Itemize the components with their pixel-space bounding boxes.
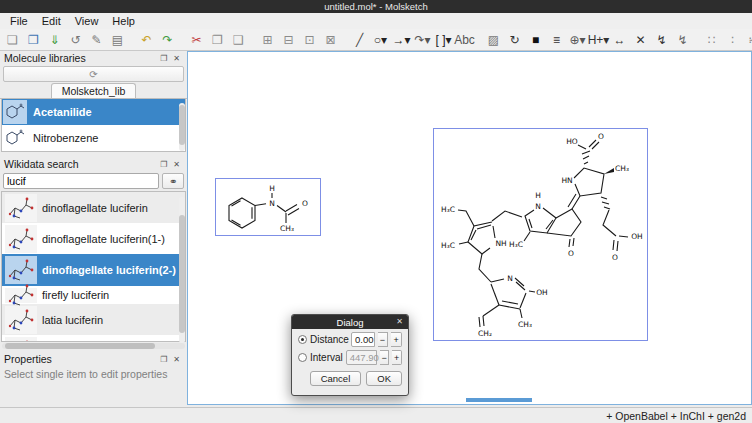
color-swatch-icon[interactable]: ■ [526,30,545,49]
window-title: untitled.mol* - Molsketch [324,1,427,12]
search-button[interactable]: ⚭ [162,173,184,189]
wikidata-item-latia-luciferin[interactable]: latia luciferin [2,304,185,335]
float-icon[interactable]: ❐ [157,355,170,364]
wikidata-item-dinoflagellate-luciferin-1[interactable]: dinoflagellate luciferin(1-) [2,223,185,254]
wikidata-item-label: latia luciferin [42,314,103,326]
wikidata-hscrollbar[interactable] [2,343,185,349]
window-titlebar[interactable]: untitled.mol* - Molsketch [0,0,752,13]
wikidata-item-partial[interactable] [2,335,185,342]
menu-edit[interactable]: Edit [35,14,68,28]
mechanism-arrow-icon[interactable]: ↷▾ [413,30,432,49]
distance-minus-button[interactable]: − [378,332,389,347]
copy-icon[interactable]: ❐ [208,30,227,49]
wikidata-scrollbar[interactable] [179,197,185,343]
wikidata-item-label: firefly luciferin [42,289,109,301]
draw-line-icon[interactable]: ╱ [350,30,369,49]
distance-label: Distance [310,334,348,345]
interval-plus-button[interactable]: + [392,350,402,365]
molecule-thumbnail [3,126,27,150]
atom-label-o: O [598,132,604,141]
stereo-tool-2-icon[interactable]: ∶ [723,30,742,49]
line-width-icon[interactable]: ≡ [547,30,566,49]
close-icon[interactable]: ✕ [170,160,183,169]
zoom-in-icon[interactable]: ⊞ [258,30,277,49]
distance-value[interactable]: 0.00 [351,332,375,347]
save-icon[interactable]: ⇓ [45,30,64,49]
dialog-titlebar[interactable]: Dialog ✕ [292,315,408,329]
rotate-tool-icon[interactable]: ↻ [505,30,524,49]
molecule-thumbnail [5,337,37,343]
cut-icon[interactable]: ✂ [187,30,206,49]
close-icon[interactable]: ✕ [170,355,183,364]
cancel-button[interactable]: Cancel [310,371,362,386]
zoom-fit-icon[interactable]: ⊠ [321,30,340,49]
delete-tool-icon[interactable]: ✕ [631,30,650,49]
toolbar: ❏ ❐ ⇓ ↺ ✎ ▤ ↶ ↷ ✂ ❐ ❑ ⊞ ⊟ ⊡ ⊠ ╱ [0,29,752,51]
library-refresh-button[interactable]: ⟳ [3,66,184,82]
new-document-icon[interactable]: ❏ [3,30,22,49]
zoom-original-icon[interactable]: ⊡ [300,30,319,49]
molecule-thumbnail [5,288,37,303]
properties-message: Select single item to edit properties [0,366,187,382]
interval-minus-button[interactable]: − [380,350,390,365]
menu-help[interactable]: Help [105,14,142,28]
menu-view[interactable]: View [68,14,106,28]
charge-tool-icon[interactable]: ⊕▾ [568,30,587,49]
redo-icon[interactable]: ↷ [158,30,177,49]
open-folder-icon[interactable]: ❐ [24,30,43,49]
undo-icon[interactable]: ↶ [137,30,156,49]
zoom-out-icon[interactable]: ⊟ [279,30,298,49]
wikidata-search-dock: Wikidata search ❐ ✕ ⚭ [0,157,187,350]
interval-radio[interactable] [298,353,307,362]
align-tool-icon[interactable]: ↔ [610,30,629,49]
menu-file[interactable]: File [3,14,35,28]
wikidata-search-row: ⚭ [0,171,187,191]
library-item-acetanilide[interactable]: Acetanilide [2,99,185,125]
bracket-tool-icon[interactable]: [ ]▾ [434,30,453,49]
text-tool-icon[interactable]: Abc [455,30,474,49]
stereo-tool-3-icon[interactable]: ∺ [744,30,752,49]
atom-label-n: N [535,202,541,211]
wikidata-search-title: Wikidata search [4,158,79,170]
molecule-thumbnail [5,306,37,334]
wikidata-item-dinoflagellate-luciferin-2[interactable]: dinoflagellate luciferin(2-) [2,254,185,286]
wedge-bond-icon[interactable]: ↯ [652,30,671,49]
close-icon[interactable]: ✕ [396,315,403,329]
interval-value[interactable]: 447.90 [346,350,377,365]
close-icon[interactable]: ✕ [170,54,183,63]
stereo-tool-1-icon[interactable]: ∷ [702,30,721,49]
float-icon[interactable]: ❐ [157,54,170,63]
atom-label-ch3: CH₃ [280,224,294,233]
selection-tool-icon[interactable]: ▨ [484,30,503,49]
search-icon: ⚭ [169,176,177,187]
atom-label-ho: HO [566,137,578,146]
canvas-hscrollbar-thumb[interactable] [466,398,532,402]
wikidata-item-firefly-luciferin[interactable]: firefly luciferin [2,286,185,304]
distance-plus-button[interactable]: + [391,332,402,347]
edit-document-icon[interactable]: ✎ [87,30,106,49]
paste-icon[interactable]: ❑ [229,30,248,49]
molecule-thumbnail [5,194,37,222]
wikidata-item-dinoflagellate-luciferin[interactable]: dinoflagellate luciferin [2,192,185,223]
arrow-tool-icon[interactable]: →▾ [392,30,411,49]
molecule-thumbnail [5,225,37,253]
tab-molsketch-lib[interactable]: Molsketch_lib [51,83,137,98]
print-icon[interactable]: ▤ [108,30,127,49]
hash-bond-icon[interactable]: ↯ [673,30,692,49]
dialog-window[interactable]: Dialog ✕ Distance 0.00 − + Interval 447.… [291,314,409,396]
float-icon[interactable]: ❐ [157,160,170,169]
molecule-dinoflagellate-luciferin[interactable]: HO O HN CH₃ H N H₃C O OH O H₃C H₃C NH N … [433,128,648,341]
revert-icon[interactable]: ↺ [66,30,85,49]
distance-radio[interactable] [298,335,307,344]
hydrogen-tool-icon[interactable]: H+▾ [589,30,608,49]
atom-label-h: H [535,191,541,200]
ok-button[interactable]: OK [366,371,402,386]
library-item-nitrobenzene[interactable]: Nitrobenzene [2,125,185,151]
ring-tool-icon[interactable]: ○▾ [371,30,390,49]
library-scrollbar[interactable] [179,103,185,151]
atom-label-ch2: CH₂ [478,329,492,338]
molecule-acetanilide[interactable]: H N O CH₃ [215,178,321,236]
properties-header: Properties ❐ ✕ [0,352,187,366]
drawing-canvas[interactable]: H N O CH₃ [187,51,752,405]
search-input[interactable] [3,173,159,189]
